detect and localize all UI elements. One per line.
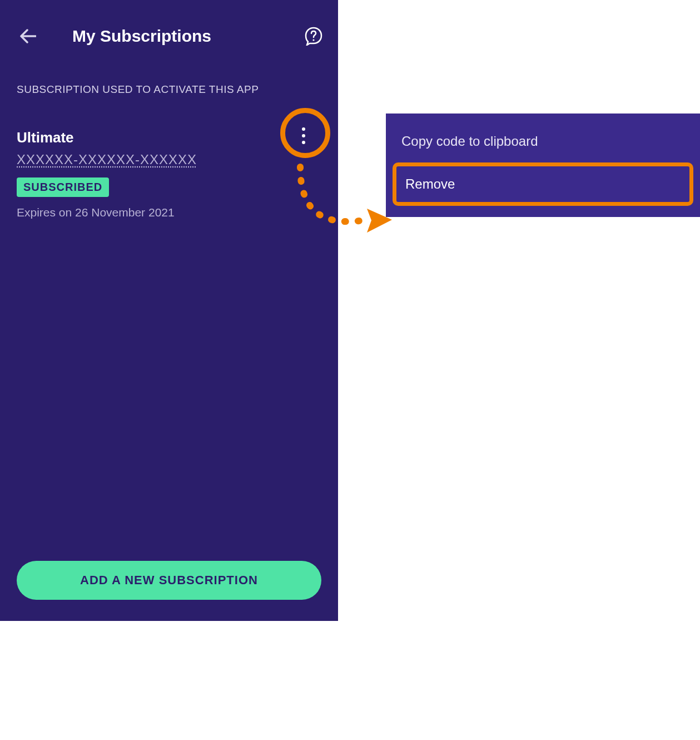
more-vertical-icon [302, 127, 305, 144]
more-options-button[interactable] [291, 124, 316, 148]
help-button[interactable] [302, 25, 325, 47]
add-subscription-button[interactable]: ADD A NEW SUBSCRIPTION [17, 561, 321, 600]
status-badge: SUBSCRIBED [17, 177, 109, 197]
expiry-text: Expires on 26 November 2021 [17, 206, 321, 219]
menu-item-copy-code[interactable]: Copy code to clipboard [386, 126, 700, 157]
page-title: My Subscriptions [72, 27, 211, 46]
subscription-card: Ultimate XXXXXX-XXXXXX-XXXXXX SUBSCRIBED… [0, 96, 338, 219]
svg-point-0 [312, 39, 314, 41]
plan-name: Ultimate [17, 129, 321, 146]
section-label: SUBSCRIPTION USED TO ACTIVATE THIS APP [0, 56, 338, 96]
arrow-left-icon [19, 29, 36, 43]
back-button[interactable] [17, 25, 39, 47]
menu-item-remove[interactable]: Remove [393, 162, 693, 206]
help-icon [304, 27, 323, 46]
subscriptions-screen: My Subscriptions SUBSCRIPTION USED TO AC… [0, 0, 338, 621]
context-menu: Copy code to clipboard Remove [386, 114, 700, 217]
header: My Subscriptions [0, 0, 338, 56]
activation-code: XXXXXX-XXXXXX-XXXXXX [17, 152, 321, 167]
